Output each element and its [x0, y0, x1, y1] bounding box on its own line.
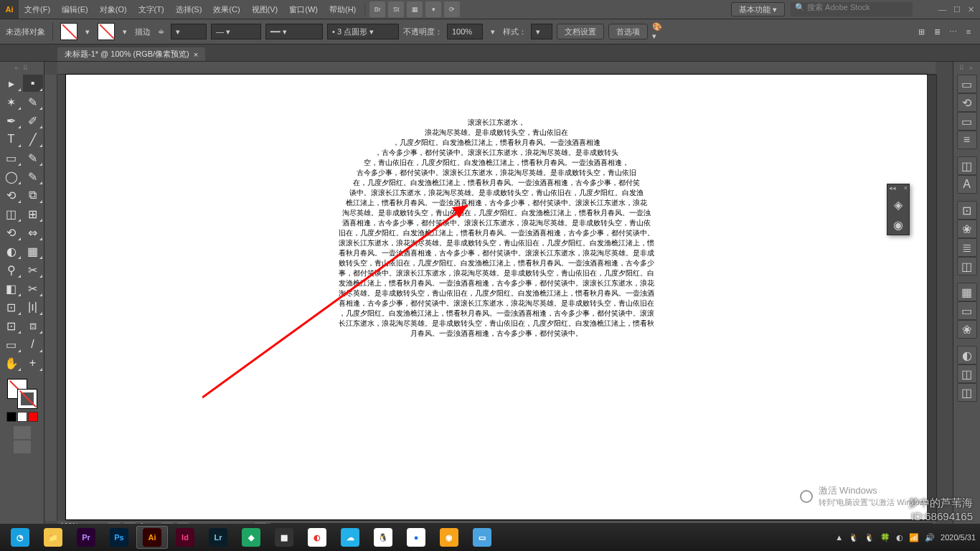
menu-item[interactable]: 窗口(W) [283, 0, 324, 19]
taskbar-app[interactable]: ◔ [4, 526, 36, 549]
navigator-icon[interactable]: ◉ [887, 215, 909, 235]
dash-dropdown[interactable]: — ▾ [211, 24, 261, 39]
taskbar-app[interactable]: 🐧 [367, 526, 399, 549]
panel-icon[interactable]: ◫ [957, 383, 977, 402]
menubar-icon[interactable]: ⟳ [444, 1, 460, 17]
taskbar-app[interactable]: ▭ [466, 526, 498, 549]
collapsed-panel[interactable]: ◂◂× ◈◉ [887, 184, 910, 235]
taskbar-app[interactable]: Id [169, 526, 201, 549]
menu-item[interactable]: 文字(T) [133, 0, 170, 19]
workspace-switcher[interactable]: 基本功能 ▾ [731, 2, 785, 17]
screen-mode-icon[interactable] [14, 441, 31, 453]
doc-setup-button[interactable]: 文档设置 [557, 24, 604, 39]
panel-icon[interactable]: ≣ [957, 238, 977, 257]
taskbar-app[interactable]: ▦ [268, 526, 300, 549]
tool[interactable]: ⇔ [23, 224, 43, 241]
menu-item[interactable]: 帮助(H) [324, 0, 362, 19]
taskbar-app[interactable]: Ai [136, 526, 168, 549]
panel-icon[interactable]: ◫ [957, 364, 977, 383]
control-bar-icon[interactable]: ⊞ [915, 23, 927, 40]
tool[interactable]: ✒ [1, 112, 22, 129]
panel-icon[interactable]: ≡ [957, 131, 977, 149]
tool[interactable]: ✂ [23, 261, 43, 278]
search-input[interactable]: 🔍 搜索 Adobe Stock [791, 2, 913, 17]
tool[interactable]: ▭ [1, 149, 22, 166]
opacity-field[interactable]: 100% [447, 24, 483, 39]
brush-dropdown[interactable]: • 3 点圆形 ▾ [327, 24, 399, 39]
taskbar-app[interactable]: Pr [70, 526, 102, 549]
panel-icon[interactable]: ◫ [957, 257, 977, 276]
tool[interactable]: ✋ [1, 354, 22, 372]
horizontal-ruler[interactable] [57, 62, 936, 75]
tool[interactable]: ⟲ [1, 187, 22, 204]
panel-icon[interactable]: ❀ [957, 320, 977, 339]
profile-dropdown[interactable]: ━━ ▾ [265, 24, 323, 39]
panel-icon[interactable]: ▦ [957, 283, 977, 301]
tool[interactable]: ⧈ [23, 317, 43, 334]
taskbar-date[interactable]: 2020/5/31 [941, 533, 976, 542]
tray-icon[interactable]: 🐧 [849, 533, 859, 542]
artboard[interactable]: 滚滚长江东逝水，浪花淘尽英雄。是非成败转头空，青山依旧在，几度夕阳红。白发渔樵江… [66, 75, 927, 519]
tool[interactable]: ◯ [1, 168, 22, 185]
menubar-icon[interactable]: St [388, 1, 404, 17]
tool[interactable]: + [23, 354, 43, 372]
panel-icon[interactable]: ◐ [957, 346, 977, 364]
expand-panel-icon[interactable]: ◂◂ [889, 184, 896, 194]
tool[interactable]: ✂ [23, 280, 43, 297]
tool[interactable]: ✐ [23, 112, 43, 129]
color-mode-icon[interactable] [6, 412, 17, 422]
tool[interactable]: ⧉ [23, 187, 43, 204]
tool[interactable]: ▭ [1, 336, 22, 353]
tool[interactable]: ✎ [23, 168, 43, 185]
tray-icon[interactable]: 🔊 [925, 533, 935, 542]
menu-item[interactable]: 效果(C) [207, 0, 245, 19]
tray-icon[interactable]: 📶 [909, 533, 919, 542]
maximize-button[interactable]: ☐ [953, 5, 961, 14]
tray-icon[interactable]: ◐ [896, 533, 903, 542]
panel-icon[interactable]: ▭ [957, 75, 977, 93]
menu-item[interactable]: 对象(O) [94, 0, 133, 19]
preferences-button[interactable]: 首选项 [608, 24, 648, 39]
canvas-area[interactable]: 滚滚长江东逝水，浪花淘尽英雄。是非成败转头空，青山依旧在，几度夕阳红。白发渔樵江… [44, 62, 953, 534]
tray-icon[interactable]: 🐧 [864, 533, 875, 542]
tool[interactable]: ◐ [1, 242, 22, 260]
stroke-weight-field[interactable]: ▾ [171, 24, 207, 39]
stroke-color-icon[interactable] [17, 389, 37, 409]
tool[interactable]: ▦ [23, 242, 43, 260]
taskbar-app[interactable]: ◆ [235, 526, 267, 549]
tool[interactable]: ◧ [1, 280, 22, 297]
tool[interactable]: ⚲ [1, 261, 22, 278]
control-bar-icon[interactable]: ≡ [963, 23, 974, 40]
recolor-icon[interactable]: 🎨▾ [652, 23, 664, 40]
taskbar-app[interactable]: ◐ [301, 526, 333, 549]
close-button[interactable]: ✕ [968, 5, 974, 14]
stroke-swatch[interactable] [98, 23, 115, 40]
panel-handle-icon[interactable]: ⠿ » [959, 65, 974, 72]
fill-stroke-control[interactable] [7, 379, 37, 409]
taskbar-app[interactable]: ● [400, 526, 432, 549]
stroke-weight-stepper[interactable]: ≑ [155, 23, 166, 40]
vertical-scrollbar[interactable] [927, 75, 937, 521]
tool[interactable]: ▸ [1, 75, 22, 92]
taskbar-app[interactable]: ◉ [433, 526, 465, 549]
tool[interactable]: ✶ [1, 93, 22, 110]
tool[interactable]: ⊞ [23, 205, 43, 222]
tool[interactable]: ✎ [23, 149, 43, 166]
menubar-icon[interactable]: Br [369, 1, 385, 17]
panel-icon[interactable]: ▭ [957, 301, 977, 320]
tray-icon[interactable]: ▲ [835, 533, 843, 542]
minimize-button[interactable]: — [938, 5, 946, 14]
taskbar-app[interactable]: Lr [202, 526, 234, 549]
panel-icon[interactable]: A [957, 175, 977, 194]
color-mode-icon[interactable] [17, 412, 27, 422]
tool[interactable]: ⊡ [1, 317, 22, 334]
tool[interactable]: ⊡ [1, 298, 22, 316]
taskbar-app[interactable]: ☁ [334, 526, 366, 549]
menu-item[interactable]: 选择(S) [170, 0, 208, 19]
panel-icon[interactable]: ❀ [957, 220, 977, 238]
menubar-icon[interactable]: ▦ [407, 1, 423, 17]
panel-icon[interactable]: ▭ [957, 112, 977, 131]
fill-swatch[interactable] [60, 23, 77, 40]
panel-icon[interactable]: ⊡ [957, 201, 977, 220]
color-mode-icon[interactable] [28, 412, 38, 422]
